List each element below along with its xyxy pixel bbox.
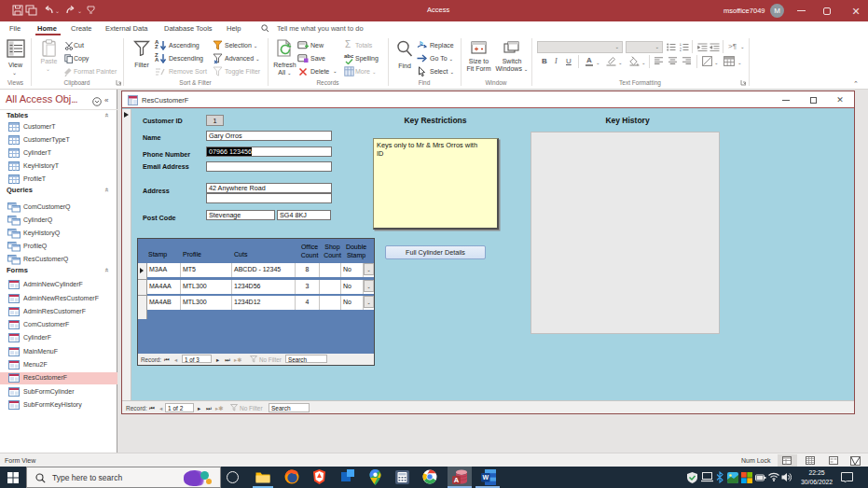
svg-text:W: W xyxy=(482,474,489,481)
svg-text:A: A xyxy=(454,476,460,484)
svg-text:2: 2 xyxy=(680,48,682,52)
svg-text:1: 1 xyxy=(680,43,682,47)
